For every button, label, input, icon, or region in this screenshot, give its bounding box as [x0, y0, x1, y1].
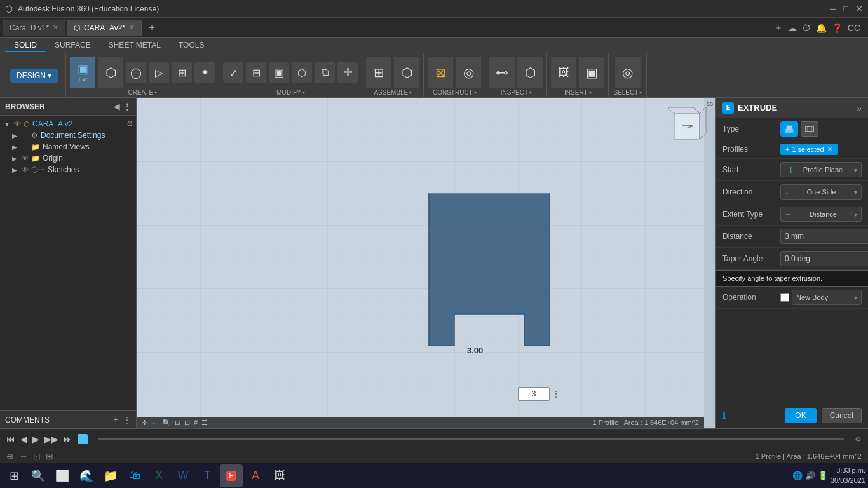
- inspect-measure-icon[interactable]: ⊷: [489, 57, 515, 88]
- assemble-joint-icon[interactable]: ⊞: [366, 57, 391, 88]
- taskbar-start-button[interactable]: ⊞: [3, 464, 25, 487]
- tree-item-named-views[interactable]: ▶ 👁 📁 Named Views: [0, 141, 136, 152]
- create-mirror-icon[interactable]: ⊞: [172, 62, 192, 83]
- notification-icon[interactable]: 🔔: [816, 23, 827, 33]
- taskbar-search-button[interactable]: 🔍: [27, 464, 50, 487]
- tree-eye-named-icon[interactable]: 👁: [22, 143, 29, 151]
- construct-plane-icon[interactable]: ⊠: [428, 57, 453, 88]
- taskbar-battery-icon[interactable]: 🔋: [818, 471, 828, 480]
- timeline-settings-icon[interactable]: ⚙: [855, 435, 862, 444]
- taskbar-edge-button[interactable]: 🌊: [75, 464, 98, 487]
- tab-sheet-metal[interactable]: SHEET METAL: [100, 39, 170, 52]
- profiles-clear-icon[interactable]: ✕: [827, 145, 833, 154]
- dimension-input[interactable]: [518, 387, 550, 401]
- modify-shell[interactable]: ⬡: [292, 62, 312, 83]
- create-revolve-icon[interactable]: ⬡: [98, 57, 123, 88]
- tree-item-origin[interactable]: ▶ 👁 📁 Origin: [0, 152, 136, 164]
- comments-options-icon[interactable]: ⋮: [123, 416, 131, 424]
- create-label[interactable]: CREATE ▾: [128, 89, 157, 96]
- taskbar-clock[interactable]: 8:33 p.m. 30/03/2021: [831, 466, 865, 485]
- tree-eye-icon[interactable]: 👁: [14, 120, 21, 128]
- assemble-motion-icon[interactable]: ⬡: [394, 57, 419, 88]
- new-tab-button[interactable]: ＋: [143, 21, 161, 34]
- viewport-grid-icon[interactable]: #: [194, 419, 198, 427]
- tree-eye-origin-icon[interactable]: 👁: [22, 154, 29, 162]
- viewport-settings-icon[interactable]: ☰: [201, 419, 208, 427]
- tree-settings-icon[interactable]: ⚙: [126, 119, 133, 128]
- viewport-orbit-icon[interactable]: ✛: [142, 419, 147, 427]
- assemble-label[interactable]: ASSEMBLE ▾: [374, 89, 412, 96]
- play-prev-icon[interactable]: ◀: [20, 434, 27, 444]
- create-sweep-icon[interactable]: ◯: [126, 62, 146, 83]
- help-icon[interactable]: ❓: [832, 23, 843, 33]
- taskbar-explorer-button[interactable]: 📁: [99, 464, 122, 487]
- taskbar-excel-button[interactable]: X: [147, 464, 170, 487]
- design-button[interactable]: DESIGN ▾: [10, 69, 58, 83]
- info-icon[interactable]: ℹ: [722, 410, 726, 421]
- taskbar-fusion-button[interactable]: F: [220, 464, 243, 487]
- user-icon[interactable]: CC: [848, 23, 860, 33]
- tab-cara-a[interactable]: ⬡ CARA_Av2* ✕: [67, 20, 142, 36]
- modify-move[interactable]: ✛: [337, 62, 358, 83]
- create-extrude-icon[interactable]: ▣ Ext: [70, 57, 95, 88]
- status-pan-icon[interactable]: ↔: [19, 451, 28, 461]
- modify-fillet[interactable]: ⊟: [246, 62, 266, 83]
- taskbar-sound-icon[interactable]: 🔊: [805, 471, 815, 480]
- viewport-fit-icon[interactable]: ⊡: [175, 419, 180, 427]
- viewport-pan-icon[interactable]: ↔: [151, 419, 158, 427]
- timeline-track[interactable]: [98, 438, 844, 440]
- status-zoom-icon[interactable]: ⊡: [33, 451, 41, 461]
- taper-input[interactable]: [780, 251, 868, 266]
- extrude-expand-icon[interactable]: »: [857, 103, 862, 113]
- tab-tools[interactable]: TOOLS: [170, 39, 213, 52]
- status-fit-icon[interactable]: ⊞: [46, 451, 53, 461]
- start-dropdown[interactable]: ⊣ Profile Plane ▾: [780, 162, 862, 177]
- minimize-button[interactable]: ─: [830, 4, 836, 13]
- viewport[interactable]: 3.00 ⋮ 50 TOP ✛ ↔ 🔍 ⊡: [137, 98, 715, 428]
- dimension-more-icon[interactable]: ⋮: [552, 390, 560, 398]
- tree-item-sketches[interactable]: ▶ 👁 ⬡⋯ Sketches: [0, 164, 136, 175]
- modify-scale[interactable]: ⧉: [315, 62, 335, 83]
- construct-axis-icon[interactable]: ◎: [456, 57, 481, 88]
- taskbar-word-button[interactable]: W: [172, 464, 194, 487]
- select-label[interactable]: SELECT ▾: [613, 89, 642, 96]
- modify-press-pull[interactable]: ⤢: [223, 62, 243, 83]
- taskbar-store-button[interactable]: 🛍: [123, 464, 146, 487]
- insert-image-icon[interactable]: 🖼: [551, 57, 576, 88]
- construct-label[interactable]: CONSTRUCT ▾: [433, 89, 477, 96]
- ok-button[interactable]: OK: [785, 408, 816, 423]
- taskbar-acrobat-button[interactable]: A: [244, 464, 267, 487]
- tab-cara-a-close[interactable]: ✕: [129, 24, 135, 32]
- tab-solid[interactable]: SOLID: [5, 39, 46, 52]
- play-start-icon[interactable]: ⏮: [6, 434, 15, 444]
- distance-input[interactable]: [780, 229, 868, 244]
- browser-options-icon[interactable]: ⋮: [123, 102, 131, 111]
- clock-icon[interactable]: ⏱: [802, 23, 811, 33]
- inspect-zebra-icon[interactable]: ⬡: [517, 57, 543, 88]
- tree-eye-doc-icon[interactable]: 👁: [22, 132, 29, 139]
- taskbar-network-icon[interactable]: 🌐: [792, 471, 803, 480]
- create-combine-icon[interactable]: ✦: [194, 62, 215, 83]
- add-tab-icon[interactable]: ＋: [774, 22, 783, 34]
- inspect-label[interactable]: INSPECT ▾: [501, 89, 532, 96]
- timeline-thumb[interactable]: [78, 434, 88, 444]
- tree-eye-sketches-icon[interactable]: 👁: [22, 166, 29, 173]
- type-btn-extrude[interactable]: [780, 121, 798, 137]
- view-cube[interactable]: TOP: [665, 104, 709, 149]
- tree-item-root[interactable]: ▼ 👁 ⬡ CARA_A v2 ⚙: [0, 118, 136, 130]
- tab-cara-d-close[interactable]: ✕: [53, 24, 58, 32]
- play-play-icon[interactable]: ▶: [32, 434, 39, 444]
- operation-dropdown[interactable]: New Body ▾: [792, 290, 862, 305]
- select-cursor-icon[interactable]: ◎: [615, 57, 641, 88]
- comments-add-icon[interactable]: ＋: [112, 414, 119, 425]
- close-button[interactable]: ✕: [856, 4, 863, 13]
- cancel-button[interactable]: Cancel: [822, 408, 862, 423]
- maximize-button[interactable]: □: [843, 4, 848, 13]
- taskbar-photos-button[interactable]: 🖼: [268, 464, 291, 487]
- operation-checkbox[interactable]: [780, 293, 789, 302]
- play-end-icon[interactable]: ⏭: [64, 434, 72, 444]
- create-loft-icon[interactable]: ▷: [149, 62, 169, 83]
- extent-dropdown[interactable]: ↔ Distance ▾: [780, 207, 862, 222]
- play-next-icon[interactable]: ▶▶: [44, 434, 58, 444]
- viewport-display-icon[interactable]: ⊞: [184, 419, 190, 427]
